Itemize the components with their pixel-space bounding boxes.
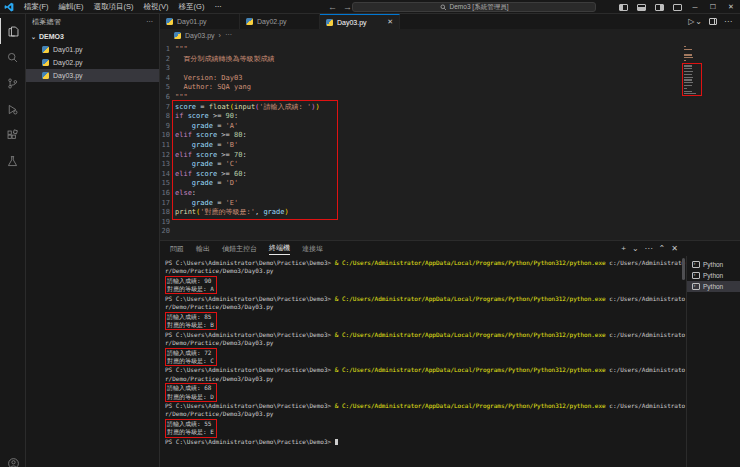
run-python-button[interactable]: ▷⌄ [688,17,702,26]
panel-tab-終端機[interactable]: 終端機 [269,243,290,255]
terminal-list-item-1[interactable]: Python [687,270,740,281]
token-var: score [196,151,217,159]
terminal-scrollbar[interactable] [682,258,685,280]
file-name: Day02.py [53,59,83,66]
terminal-dropdown-icon[interactable]: ⌄ [632,244,639,253]
tab-day01.py[interactable]: Day01.py [160,14,240,29]
python-file-icon [246,18,253,25]
close-button[interactable]: ✕ [722,0,740,14]
line-number: 2 [160,55,175,65]
sidebar-item-day03.py[interactable]: Day03.py [26,69,159,82]
terminal-list-item-2[interactable]: Python [687,281,740,292]
line-number: 13 [160,160,175,170]
terminal-prompt: PS C:\Users\Administrator\Demo\Practice\… [165,402,335,409]
minimize-button[interactable]: ─ [686,0,704,14]
panel-tab-連接埠[interactable]: 連接埠 [302,244,323,254]
menu-item-5[interactable]: ⋯ [209,2,227,11]
token-num: 90 [226,112,234,120]
split-editor-icon[interactable] [709,18,717,25]
token-op: = [213,141,226,149]
code-line: 18print('對應的等級是:', grade) [160,208,740,218]
breadcrumb[interactable]: Day03.py › ⋯ [160,29,740,41]
customize-layout-icon[interactable] [668,0,686,14]
command-center[interactable]: Demo3 [系統管理員] [352,2,596,12]
sidebar-item-day01.py[interactable]: Day01.py [26,43,159,56]
file-name: Day01.py [53,46,83,53]
tab-day03.py[interactable]: Day03.py✕ [320,14,400,29]
code-text: Version: Day03 [175,74,242,84]
close-tab-icon[interactable]: ✕ [387,18,393,26]
menu-item-1[interactable]: 編輯(E) [54,2,89,11]
terminal-shell-icon [692,272,700,279]
line-number: 17 [160,199,175,209]
menu-item-4[interactable]: 移至(G) [174,2,210,11]
token-kw: else [175,189,192,197]
testing-icon[interactable] [0,148,26,174]
terminal-prompt: PS C:\Users\Administrator\Demo\Practice\… [165,259,335,266]
terminal-command-wrap: r/Demo/Practice/Demo3/Day03.py [165,267,686,275]
folder-row-demo3[interactable]: ⌄ DEMO3 [26,30,159,43]
terminal-input-line: 請輸入成績: 68 [167,384,214,392]
terminal-prompt: PS C:\Users\Administrator\Demo\Practice\… [165,438,335,445]
token-fn: float [209,103,230,111]
toggle-sidebar-icon[interactable] [614,0,632,14]
run-debug-icon[interactable] [0,96,26,122]
maximize-button[interactable]: ☐ [704,0,722,14]
close-panel-icon[interactable]: ✕ [671,244,678,253]
toggle-secondary-sidebar-icon[interactable] [650,0,668,14]
terminal-output[interactable]: PS C:\Users\Administrator\Demo\Practice\… [160,256,686,467]
extensions-icon[interactable] [0,122,26,148]
minimap[interactable] [684,46,702,102]
menu-bar: 檔案(F)編輯(E)選取項目(S)檢視(V)移至(G)⋯ [19,2,227,12]
account-icon[interactable] [0,457,26,467]
source-control-icon[interactable] [0,70,26,96]
token-var: score [196,131,217,139]
line-number: 20 [160,227,175,237]
editor-more-icon[interactable]: ⋯ [724,17,732,26]
token-str: 'C' [226,160,239,168]
tab-label: Day03.py [337,19,367,26]
minimap-line [684,46,686,47]
maximize-panel-icon[interactable]: ⌃ [659,244,666,253]
panel-tab-偵錯主控台[interactable]: 偵錯主控台 [222,244,257,254]
sidebar-more-icon[interactable]: ⋯ [146,18,153,26]
code-line: 17 grade = 'E' [160,199,740,209]
menu-item-0[interactable]: 檔案(F) [19,2,54,11]
terminal-list-label: Python [703,283,723,290]
panel-more-icon[interactable]: ⋯ [645,244,653,253]
breadcrumb-file[interactable]: Day03.py [185,32,215,39]
python-file-icon [326,19,333,26]
terminal-input-line: 請輸入成績: 72 [167,349,214,357]
code-line: 4 Version: Day03 [160,74,740,84]
menu-item-3[interactable]: 檢視(V) [139,2,174,11]
minimap-line [684,49,692,50]
search-sidebar-icon[interactable] [0,44,26,70]
sidebar-title: 檔案總管 [32,17,146,27]
code-line: 2 百分制成績轉換為等級製成績 [160,55,740,65]
nav-back-icon[interactable]: ← [328,2,337,12]
tab-day02.py[interactable]: Day02.py [240,14,320,29]
terminal-list-item-0[interactable]: Python [687,259,740,270]
run-dropdown-icon: ⌄ [695,17,702,26]
panel-tab-問題[interactable]: 問題 [170,244,184,254]
token-op [175,160,192,168]
terminal-prompt-line: PS C:\Users\Administrator\Demo\Practice\… [165,438,686,446]
code-text: grade = 'D' [175,179,238,189]
token-op: = [196,103,209,111]
terminal-shell-icon [692,261,700,268]
new-terminal-icon[interactable]: + [621,244,626,253]
line-number: 4 [160,74,175,84]
panel-tab-輸出[interactable]: 輸出 [196,244,210,254]
terminal-arg: c:/Users/Administrato [606,331,685,338]
breadcrumb-more[interactable]: ⋯ [225,31,232,39]
menu-item-2[interactable]: 選取項目(S) [89,2,139,11]
code-editor[interactable]: 1"""2 百分制成績轉換為等級製成績34 Version: Day035 Au… [160,41,740,240]
token-var: score [188,112,209,120]
nav-forward-icon[interactable]: → [343,2,352,12]
toggle-panel-icon[interactable] [632,0,650,14]
sidebar-item-day02.py[interactable]: Day02.py [26,56,159,69]
code-line: 9 grade = 'A' [160,122,740,132]
token-op [175,179,192,187]
explorer-icon[interactable] [0,18,26,44]
folder-name: DEMO3 [39,33,64,40]
